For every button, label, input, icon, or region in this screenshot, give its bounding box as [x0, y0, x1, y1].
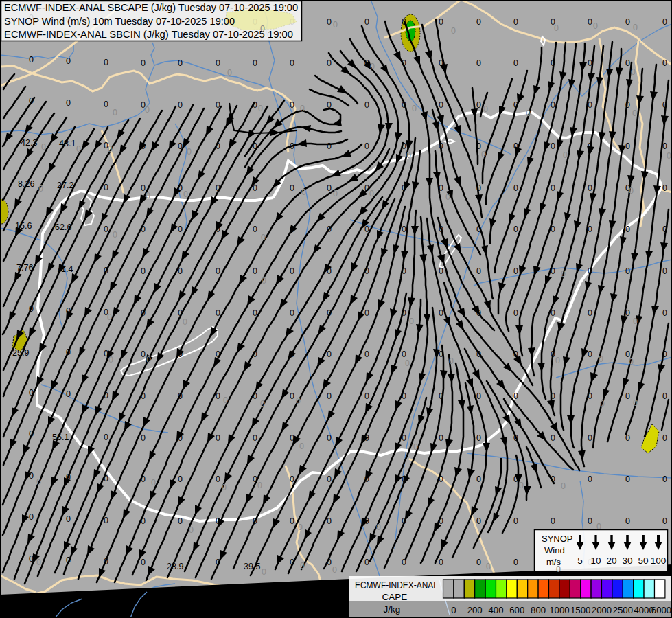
svg-text:0: 0: [333, 189, 338, 198]
svg-text:0: 0: [667, 151, 671, 161]
svg-text:0: 0: [298, 523, 303, 532]
svg-text:0: 0: [662, 17, 667, 27]
svg-text:0: 0: [561, 269, 566, 279]
svg-text:0: 0: [554, 23, 559, 33]
svg-text:0: 0: [178, 100, 183, 110]
svg-text:0: 0: [290, 58, 294, 68]
svg-text:0: 0: [327, 141, 332, 151]
svg-text:0: 0: [107, 312, 112, 322]
svg-text:0: 0: [519, 481, 524, 490]
svg-text:0: 0: [476, 17, 481, 27]
svg-text:800: 800: [531, 605, 546, 615]
svg-text:0: 0: [327, 350, 332, 359]
svg-text:0: 0: [104, 100, 108, 109]
svg-text:0: 0: [364, 141, 369, 151]
svg-text:0: 0: [588, 308, 592, 318]
svg-text:0: 0: [633, 398, 638, 408]
svg-text:0: 0: [629, 357, 634, 367]
svg-text:0: 0: [588, 17, 592, 27]
svg-text:0: 0: [513, 266, 518, 276]
svg-text:0: 0: [662, 474, 667, 484]
svg-text:1500: 1500: [570, 605, 590, 615]
svg-text:0: 0: [290, 516, 294, 526]
svg-text:0: 0: [513, 516, 518, 526]
svg-text:0: 0: [449, 356, 454, 366]
svg-text:0: 0: [104, 183, 108, 192]
svg-text:0: 0: [632, 108, 637, 118]
svg-text:0: 0: [262, 567, 266, 577]
svg-text:400: 400: [488, 605, 503, 615]
svg-text:0: 0: [290, 266, 294, 276]
svg-text:0: 0: [145, 105, 150, 115]
svg-text:0: 0: [631, 67, 636, 77]
svg-text:0: 0: [364, 391, 369, 401]
svg-text:0: 0: [66, 98, 71, 108]
svg-text:6000: 6000: [651, 605, 671, 615]
svg-text:0: 0: [261, 233, 266, 242]
svg-text:0: 0: [409, 317, 414, 326]
svg-text:0: 0: [300, 104, 305, 113]
svg-text:0: 0: [104, 225, 108, 234]
svg-text:0: 0: [476, 391, 481, 401]
svg-text:0: 0: [476, 266, 481, 276]
svg-text:0: 0: [38, 184, 43, 194]
svg-text:0: 0: [364, 350, 369, 359]
svg-text:0: 0: [476, 433, 481, 443]
svg-text:0: 0: [364, 558, 369, 567]
svg-text:0: 0: [405, 358, 410, 368]
svg-text:0: 0: [104, 58, 108, 67]
svg-text:0: 0: [439, 100, 443, 110]
svg-text:0: 0: [327, 17, 332, 27]
svg-text:ECMWF-INDEX-ANAL SBCAPE (J/kg): ECMWF-INDEX-ANAL SBCAPE (J/kg) Tuesday 0…: [4, 1, 298, 13]
svg-text:0: 0: [364, 17, 369, 27]
svg-text:0: 0: [151, 478, 156, 488]
svg-text:0: 0: [187, 147, 192, 157]
svg-text:0: 0: [104, 433, 108, 442]
svg-text:0: 0: [290, 183, 294, 193]
svg-text:0: 0: [108, 144, 113, 154]
svg-text:0: 0: [662, 308, 667, 318]
svg-text:0: 0: [29, 55, 34, 65]
svg-text:0: 0: [563, 150, 568, 160]
svg-text:0: 0: [327, 474, 332, 484]
svg-text:0: 0: [526, 108, 531, 118]
svg-text:0: 0: [588, 516, 592, 526]
svg-text:0: 0: [476, 58, 481, 68]
svg-text:0: 0: [216, 474, 220, 484]
svg-text:0: 0: [141, 350, 146, 359]
svg-text:0: 0: [364, 308, 369, 318]
svg-text:0: 0: [216, 308, 220, 318]
svg-text:0: 0: [29, 512, 34, 522]
svg-text:SYNOP: SYNOP: [542, 534, 573, 544]
svg-text:0: 0: [439, 558, 443, 567]
svg-text:0: 0: [412, 104, 417, 113]
svg-text:0: 0: [451, 26, 456, 36]
svg-text:ECMWF-INDEX-ANAL: ECMWF-INDEX-ANAL: [355, 580, 438, 591]
svg-text:0: 0: [36, 477, 41, 487]
svg-text:30: 30: [622, 556, 632, 566]
svg-text:0: 0: [625, 391, 630, 401]
svg-text:0: 0: [513, 391, 518, 401]
svg-text:0: 0: [183, 190, 188, 199]
svg-text:0: 0: [551, 433, 555, 443]
svg-text:0: 0: [633, 23, 638, 32]
svg-text:ECMWF-INDEX-ANAL SBCIN (J/kg): ECMWF-INDEX-ANAL SBCIN (J/kg) Tuesday 07…: [4, 28, 293, 40]
svg-text:0: 0: [513, 225, 518, 234]
svg-text:0: 0: [376, 523, 381, 532]
svg-text:0: 0: [76, 144, 81, 154]
svg-text:0: 0: [600, 399, 605, 409]
svg-text:0: 0: [513, 308, 518, 318]
svg-text:0: 0: [556, 564, 561, 574]
svg-text:0: 0: [588, 183, 592, 193]
svg-text:0: 0: [625, 58, 630, 68]
svg-text:0: 0: [481, 150, 486, 159]
svg-text:0: 0: [141, 266, 146, 276]
svg-text:0: 0: [451, 605, 456, 615]
svg-text:0: 0: [662, 183, 667, 193]
svg-text:0: 0: [625, 474, 630, 484]
svg-text:0: 0: [439, 433, 443, 443]
svg-text:0: 0: [370, 62, 375, 71]
svg-text:0: 0: [290, 100, 294, 110]
svg-text:0: 0: [108, 355, 113, 365]
svg-text:0: 0: [216, 433, 220, 443]
